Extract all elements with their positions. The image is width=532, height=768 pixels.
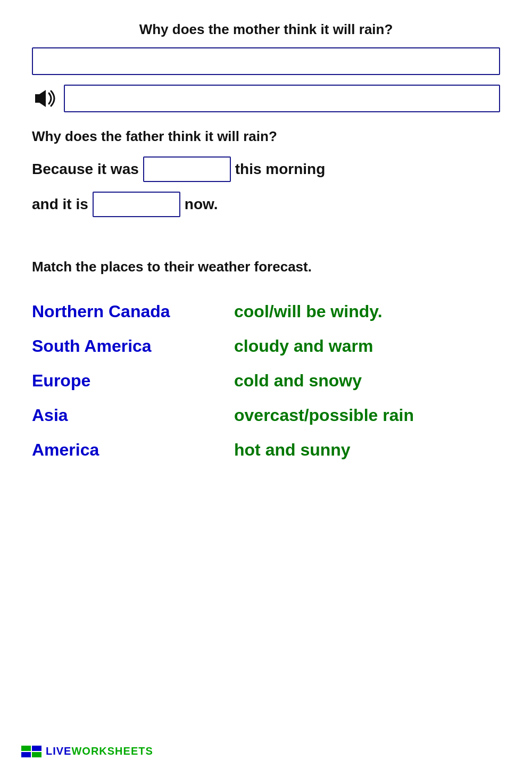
match-place-3: Asia [32,406,234,425]
match-row: America hot and sunny [32,440,500,460]
match-weather-3: overcast/possible rain [234,406,500,425]
svg-rect-1 [21,746,31,751]
match-row: Asia overcast/possible rain [32,406,500,425]
sentence1-row: Because it was this morning [32,156,500,182]
match-weather-4: hot and sunny [234,440,500,460]
match-row: Europe cold and snowy [32,371,500,391]
footer-logo [21,746,41,757]
footer-text: LIVEWORKSHEETS [46,745,153,757]
match-place-4: America [32,440,234,460]
match-place-1: South America [32,336,234,356]
footer: LIVEWORKSHEETS [21,745,153,757]
question1-input[interactable] [32,47,500,75]
footer-worksheets: WORKSHEETS [71,745,153,757]
match-weather-1: cloudy and warm [234,336,500,356]
sentence1-before: Because it was [32,161,139,178]
sentence1-input[interactable] [143,156,231,182]
spacer [32,227,500,259]
speaker-icon[interactable] [32,86,57,111]
match-row: Northern Canada cool/will be windy. [32,302,500,321]
audio-input[interactable] [64,85,500,112]
match-table: Northern Canada cool/will be windy. Sout… [32,302,500,460]
match-weather-2: cold and snowy [234,371,500,391]
svg-rect-4 [32,752,41,757]
match-weather-0: cool/will be windy. [234,302,500,321]
sentence2-after: now. [185,196,218,213]
sentence2-before: and it is [32,196,88,213]
match-row: South America cloudy and warm [32,336,500,356]
svg-marker-0 [35,90,46,107]
question2-title: Why does the father think it will rain? [32,128,500,145]
audio-row [32,85,500,112]
match-place-0: Northern Canada [32,302,234,321]
logo-icon [21,746,41,757]
sentence2-row: and it is now. [32,192,500,217]
footer-live: LIVE [46,745,71,757]
sentence1-after: this morning [235,161,326,178]
svg-rect-3 [21,752,31,757]
match-title: Match the places to their weather foreca… [32,259,500,275]
match-place-2: Europe [32,371,234,391]
svg-rect-2 [32,746,41,751]
question1-title: Why does the mother think it will rain? [32,21,500,38]
sentence2-input[interactable] [93,192,180,217]
